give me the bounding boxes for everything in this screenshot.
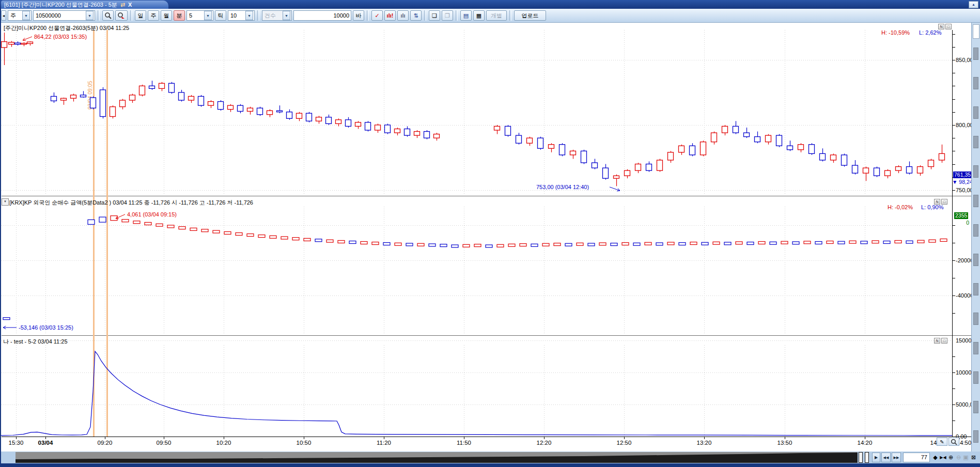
chart-tab[interactable]: [6101] [주간]미니KP200 선물연결-2603 - 5분 ⇄ X xyxy=(1,1,168,9)
range-handle-right[interactable] xyxy=(865,452,869,463)
tab-close-icon[interactable]: X xyxy=(128,2,132,8)
up-down-arrows-icon: ⇅ xyxy=(413,12,418,19)
panel1-maximize-button[interactable]: □ xyxy=(945,24,952,29)
fast-forward-button[interactable]: ▶▶ xyxy=(892,453,901,462)
sheet-icon: ▤ xyxy=(463,12,469,19)
zoom-out-icon[interactable]: ⊖ xyxy=(955,453,962,462)
panel3-maximize-button[interactable]: □ xyxy=(941,338,947,344)
report-button[interactable]: ▤ xyxy=(460,10,472,21)
scrollbar-mark[interactable] xyxy=(973,195,978,207)
sort-updown-button[interactable]: ⇅ xyxy=(410,10,422,21)
search-button[interactable] xyxy=(102,10,114,21)
price-change: ▼ 98,24 xyxy=(952,179,973,185)
bar-position-input[interactable]: 77 xyxy=(903,453,930,462)
panel2-low-percent: L: 0,90% xyxy=(921,204,943,210)
indicator-zero-value: 0 xyxy=(956,220,969,226)
panel2-maximize-button[interactable]: □ xyxy=(941,199,947,205)
individual-button: 개별 xyxy=(486,10,507,21)
chevron-down-icon[interactable]: ▼ xyxy=(245,11,253,20)
panel1-low-percent: L: 2,62% xyxy=(919,29,941,36)
scrollbar-top-box[interactable] xyxy=(973,24,979,39)
scrollbar-mark[interactable] xyxy=(973,48,978,60)
fit-width-icon[interactable]: ◆ xyxy=(931,453,939,462)
close-chart-icon[interactable]: ⊠ xyxy=(970,453,977,462)
tick-button[interactable]: 틱 xyxy=(215,10,226,21)
scrollbar-mark[interactable] xyxy=(973,313,978,325)
panel2-high-percent: H: -0,02% xyxy=(888,204,913,210)
red-bars-icon: ılı! xyxy=(387,12,394,19)
panel3-normal-button[interactable]: N xyxy=(934,338,940,344)
panel2-collapse-icon[interactable]: ▼ xyxy=(2,198,9,206)
chevron-down-icon: ▼ xyxy=(283,11,290,20)
minute-value-select[interactable]: 5▼ xyxy=(186,10,213,21)
gray-bars-icon: ılı xyxy=(400,12,405,19)
period-select[interactable]: 주▼ xyxy=(8,10,32,21)
navigation-minimap[interactable] xyxy=(15,452,858,463)
chevron-down-icon[interactable]: ▼ xyxy=(204,11,212,20)
go-to-end-icon[interactable]: ▶◀ xyxy=(939,453,947,462)
play-button[interactable]: ▶ xyxy=(872,453,880,462)
grid-icon: ▦ xyxy=(476,12,481,19)
right-scrollbar[interactable] xyxy=(971,23,980,452)
scrollbar-mark[interactable] xyxy=(973,254,978,266)
panel1-normal-button[interactable]: N xyxy=(938,24,944,29)
tab-swap-icon[interactable]: ⇄ xyxy=(120,2,125,8)
window-scroll-up-button[interactable]: ▲ xyxy=(969,1,978,8)
chart-area[interactable] xyxy=(0,23,972,452)
toolbar-separator xyxy=(98,10,100,21)
capture-icon: ❐ xyxy=(445,12,450,19)
panel1-header: [주간]미니KP200 선물연결-2603(5분) 03/04 11:25 xyxy=(4,24,129,32)
scrollbar-mark[interactable] xyxy=(973,106,978,119)
bar-button[interactable]: 바 xyxy=(353,10,364,21)
draw-tool-button[interactable]: ✎ xyxy=(937,438,947,446)
zoom-tool-button[interactable] xyxy=(948,438,959,446)
toolbar-separator xyxy=(257,10,259,21)
current-price-badge: 761,35 xyxy=(953,172,972,178)
rewind-button[interactable]: ◀◀ xyxy=(881,453,891,462)
scrollbar-mark[interactable] xyxy=(973,224,978,237)
tab-title: [6101] [주간]미니KP200 선물연결-2603 - 5분 xyxy=(4,1,117,9)
period-month-button[interactable]: 월 xyxy=(161,10,172,21)
scrollbar-mark[interactable] xyxy=(973,283,978,295)
period-minute-button[interactable]: 분 xyxy=(174,10,185,21)
panel3-header: 나 - test - 5-2 03/04 11:25 xyxy=(3,338,68,346)
bar-count-input[interactable]: 10000 xyxy=(293,10,351,21)
scrollbar-mark[interactable] xyxy=(973,77,978,89)
code-combo[interactable]: 10500000▼ xyxy=(33,10,95,21)
scrollbar-mark[interactable] xyxy=(973,371,978,384)
scrollbar-mark[interactable] xyxy=(973,165,978,178)
period-day-button[interactable]: 일 xyxy=(135,10,146,21)
new-chart-button[interactable]: ❏ xyxy=(429,10,440,21)
panel2-normal-button[interactable]: N xyxy=(934,199,940,205)
period-week-button[interactable]: 주 xyxy=(148,10,159,21)
search-jump-button[interactable] xyxy=(115,10,128,21)
scrollbar-mark[interactable] xyxy=(973,342,978,354)
toolbar-collapse-button[interactable]: ◂ xyxy=(1,10,6,21)
frame-icon[interactable]: ▣ xyxy=(962,453,970,462)
check-icon: ✓ xyxy=(375,12,379,19)
upload-button[interactable]: 업로드 xyxy=(514,10,546,21)
chevron-down-icon[interactable]: ▼ xyxy=(86,11,94,20)
line-check-style-button[interactable]: ✓ xyxy=(371,10,383,21)
scrollbar-mark[interactable] xyxy=(973,430,978,443)
chart-application-window: [6101] [주간]미니KP200 선물연결-2603 - 5분 ⇄ X ▲ … xyxy=(0,0,980,467)
title-bar: [6101] [주간]미니KP200 선물연결-2603 - 5분 ⇄ X ▲ xyxy=(0,0,980,9)
capture-button: ❐ xyxy=(442,10,453,21)
bar-style-button[interactable]: ılı xyxy=(397,10,409,21)
scrollbar-mark[interactable] xyxy=(973,401,978,413)
scrollbar-mark[interactable] xyxy=(973,136,978,148)
toolbar-separator xyxy=(509,10,511,21)
toolbar-separator xyxy=(130,10,132,21)
range-handle-left[interactable] xyxy=(859,452,863,463)
indicator-value-badge: 2355 xyxy=(954,212,968,219)
tick-value-select[interactable]: 10▼ xyxy=(228,10,255,21)
toolbar-separator xyxy=(367,10,369,21)
chevron-down-icon[interactable]: ▼ xyxy=(22,11,30,20)
toolbar-separator xyxy=(456,10,458,21)
grid-settings-button[interactable]: ▦ xyxy=(473,10,485,21)
chart-toolbar: ◂ 주▼ 10500000▼ 일 주 월 분 5▼ 틱 10▼ 건수▼ 1000… xyxy=(0,9,980,23)
magnifier-icon xyxy=(951,439,957,445)
status-bar: ▶ ◀◀ ▶▶ 77 ◆ ▶◀ ⊕ ⊖ ▣ ⊠ xyxy=(0,452,980,463)
volume-style-button[interactable]: ılı! xyxy=(384,10,396,21)
zoom-in-icon[interactable]: ⊕ xyxy=(947,453,955,462)
